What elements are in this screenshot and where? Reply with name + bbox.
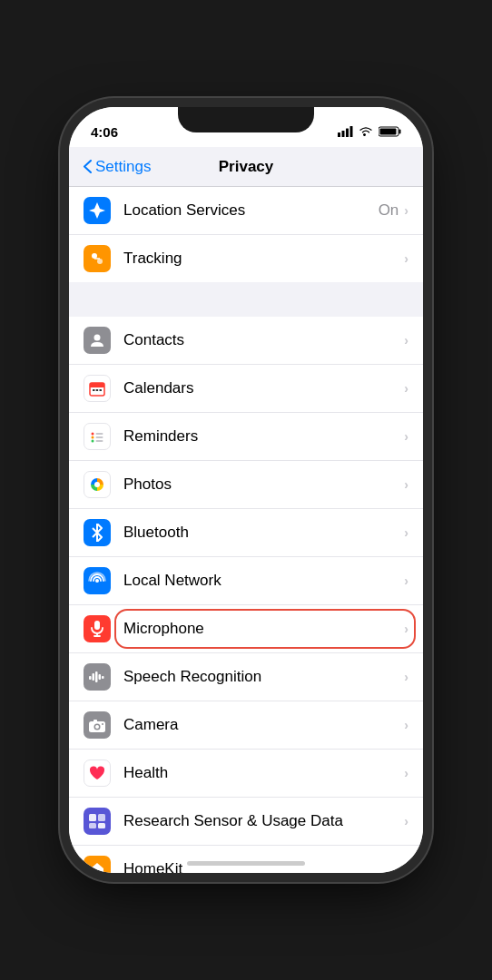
microphone-label: Microphone [123,620,404,638]
speech-label: Speech Recognition [123,668,404,686]
svg-rect-3 [350,126,353,137]
svg-rect-19 [96,433,103,435]
research-icon [84,808,111,835]
svg-rect-13 [93,389,95,391]
svg-point-36 [102,723,103,725]
contacts-label: Contacts [123,331,404,349]
row-bluetooth[interactable]: Bluetooth › [69,509,423,557]
contacts-chevron: › [404,333,408,348]
row-calendars[interactable]: Calendars › [69,365,423,413]
local-network-chevron: › [404,573,408,588]
section-permissions: Contacts › Cal [69,317,423,873]
svg-rect-37 [89,814,96,821]
svg-point-17 [92,436,94,439]
health-chevron: › [404,766,408,780]
row-reminders[interactable]: Reminders › [69,413,423,461]
reminders-label: Reminders [123,427,404,446]
camera-icon [84,711,111,739]
nav-bar: Settings Privacy [69,147,423,187]
svg-rect-20 [96,436,103,438]
back-button[interactable]: Settings [84,158,151,176]
row-contacts[interactable]: Contacts › [69,317,423,365]
notch [178,107,314,132]
signal-icon [338,126,353,137]
svg-rect-35 [93,720,97,722]
page-title: Privacy [219,158,274,176]
back-label: Settings [95,158,151,176]
calendars-icon [84,375,111,402]
svg-rect-5 [399,130,401,134]
home-indicator [187,861,305,866]
health-icon [84,760,111,787]
svg-rect-40 [98,823,105,828]
row-local-network[interactable]: Local Network › [69,557,423,605]
svg-rect-0 [338,132,340,137]
section-divider-1 [69,284,423,317]
row-location[interactable]: Location Services On › [69,187,423,235]
svg-point-9 [94,335,101,341]
reminders-icon [84,423,111,450]
row-camera[interactable]: Camera › [69,701,423,750]
svg-rect-38 [98,814,105,821]
svg-rect-31 [102,676,104,679]
contacts-icon [84,327,111,354]
local-network-icon [84,567,111,594]
svg-rect-15 [100,389,103,391]
settings-content: Location Services On › Tracking › [69,187,423,873]
speech-chevron: › [404,670,408,684]
calendars-label: Calendars [123,379,404,397]
homekit-icon [84,856,111,873]
photos-icon [84,471,111,498]
row-speech[interactable]: Speech Recognition › [69,653,423,701]
svg-point-34 [95,725,99,729]
svg-rect-14 [96,389,99,391]
svg-rect-6 [380,129,397,135]
svg-point-23 [95,579,99,583]
svg-point-8 [97,259,103,264]
svg-rect-24 [94,621,100,630]
wifi-icon [359,126,373,137]
svg-rect-39 [89,823,96,828]
location-chevron: › [404,203,408,218]
battery-icon [379,126,401,137]
speech-icon [84,663,111,691]
location-icon [84,197,111,224]
calendars-chevron: › [404,381,408,396]
health-label: Health [123,764,404,782]
location-label: Location Services [123,201,379,220]
photos-chevron: › [404,477,408,492]
research-label: Research Sensor & Usage Data [123,812,404,830]
row-research[interactable]: Research Sensor & Usage Data › [69,798,423,846]
location-value: On [379,201,399,220]
tracking-icon [84,245,111,272]
svg-rect-12 [90,386,104,387]
bluetooth-label: Bluetooth [123,524,404,542]
local-network-label: Local Network [123,572,404,590]
microphone-icon [84,615,111,642]
row-homekit[interactable]: HomeKit › [69,846,423,873]
bluetooth-chevron: › [404,525,408,540]
back-chevron-icon [84,160,92,173]
svg-rect-28 [93,673,95,681]
svg-rect-29 [95,671,98,682]
svg-rect-2 [346,129,349,138]
status-time: 4:06 [91,124,118,140]
camera-chevron: › [404,718,408,732]
homekit-chevron: › [404,862,408,873]
tracking-chevron: › [404,251,408,266]
row-health[interactable]: Health › [69,750,423,798]
svg-rect-1 [342,131,345,137]
row-photos[interactable]: Photos › [69,461,423,509]
row-microphone[interactable]: Microphone › [69,605,423,653]
svg-point-22 [94,482,100,487]
microphone-chevron: › [404,622,408,636]
row-tracking[interactable]: Tracking › [69,235,423,282]
svg-rect-27 [89,676,92,680]
svg-point-16 [92,433,94,436]
svg-rect-21 [96,440,103,442]
reminders-chevron: › [404,429,408,444]
svg-point-18 [92,440,94,443]
bluetooth-icon [84,519,111,546]
svg-point-7 [92,253,97,259]
research-chevron: › [404,814,408,828]
